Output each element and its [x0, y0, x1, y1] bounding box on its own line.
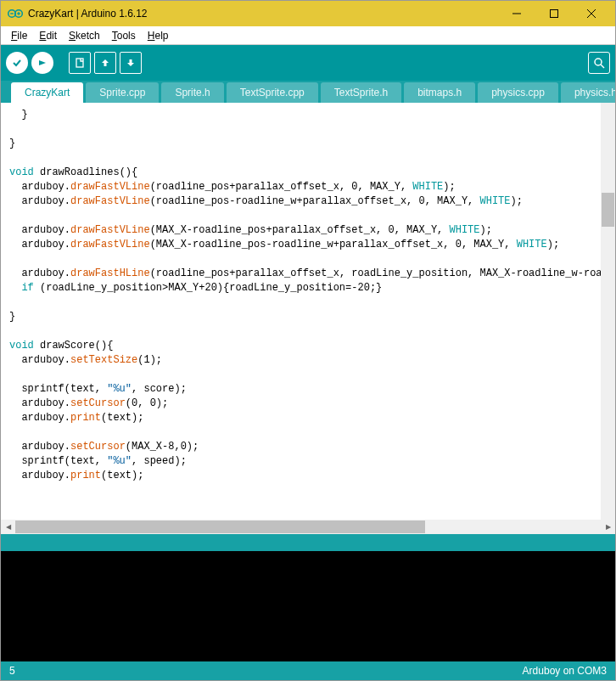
menubar: File Edit Sketch Tools Help: [1, 26, 615, 45]
svg-point-13: [595, 59, 602, 65]
footer-bar: 5 Arduboy on COM3: [1, 661, 615, 680]
menu-help[interactable]: Help: [143, 28, 174, 43]
arduino-logo-icon: [8, 6, 23, 21]
menu-file[interactable]: File: [6, 28, 32, 43]
window-controls: [498, 2, 610, 25]
svg-rect-10: [76, 59, 83, 67]
minimize-button[interactable]: [498, 2, 535, 25]
vertical-scrollbar[interactable]: [601, 103, 615, 520]
tab-crazykart[interactable]: CrazyKart: [11, 82, 83, 103]
open-button[interactable]: [94, 52, 116, 74]
window-title: CrazyKart | Arduino 1.6.12: [28, 8, 498, 20]
tab-textsprite-cpp[interactable]: TextSprite.cpp: [227, 82, 318, 103]
tab-sprite-cpp[interactable]: Sprite.cpp: [86, 82, 159, 103]
toolbar: [1, 45, 615, 81]
editor-area: } } void drawRoadlines(){ arduboy.drawFa…: [1, 103, 615, 534]
tab-physics-h[interactable]: physics.h: [561, 82, 616, 103]
maximize-button[interactable]: [535, 2, 573, 25]
scrollbar-track[interactable]: [15, 520, 601, 534]
svg-marker-9: [39, 60, 46, 65]
tab-sprite-h[interactable]: Sprite.h: [161, 82, 223, 103]
window-titlebar: CrazyKart | Arduino 1.6.12: [1, 1, 615, 26]
svg-marker-11: [102, 59, 109, 66]
svg-line-14: [601, 65, 604, 68]
tab-textsprite-h[interactable]: TextSprite.h: [321, 82, 401, 103]
close-button[interactable]: [573, 2, 610, 25]
serial-monitor-button[interactable]: [588, 52, 610, 74]
verify-button[interactable]: [6, 52, 28, 74]
scroll-right-arrow-icon[interactable]: ▶: [601, 520, 615, 534]
tab-physics-cpp[interactable]: physics.cpp: [478, 82, 558, 103]
code-content: } } void drawRoadlines(){ arduboy.drawFa…: [1, 103, 615, 488]
tabbar: CrazyKart Sprite.cpp Sprite.h TextSprite…: [1, 81, 615, 103]
scrollbar-thumb[interactable]: [15, 521, 425, 533]
scrollbar-thumb[interactable]: [602, 193, 614, 227]
upload-button[interactable]: [31, 52, 53, 74]
scroll-left-arrow-icon[interactable]: ◀: [1, 520, 15, 534]
new-button[interactable]: [69, 52, 91, 74]
console-output[interactable]: [1, 551, 615, 661]
horizontal-scrollbar[interactable]: ◀ ▶: [1, 520, 615, 534]
board-port-label: Arduboy on COM3: [523, 665, 607, 677]
svg-rect-6: [551, 10, 558, 18]
line-number: 5: [9, 665, 15, 677]
code-editor[interactable]: } } void drawRoadlines(){ arduboy.drawFa…: [1, 103, 615, 520]
menu-tools[interactable]: Tools: [107, 28, 141, 43]
menu-edit[interactable]: Edit: [34, 28, 62, 43]
tab-bitmaps-h[interactable]: bitmaps.h: [404, 82, 475, 103]
svg-marker-12: [127, 59, 134, 66]
status-separator: [1, 534, 615, 551]
menu-sketch[interactable]: Sketch: [64, 28, 105, 43]
save-button[interactable]: [120, 52, 142, 74]
